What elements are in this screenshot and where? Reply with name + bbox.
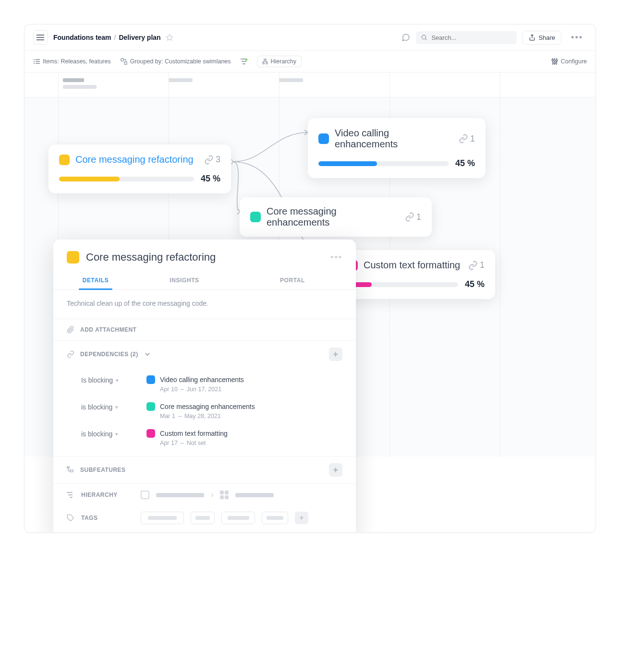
detail-tabs: DETAILS INSIGHTS PORTAL	[53, 272, 356, 290]
progress-label: 45 %	[465, 279, 485, 289]
svg-rect-8	[36, 63, 40, 64]
configure-label: Configure	[561, 58, 587, 65]
card-color-swatch	[250, 212, 261, 222]
dependency-relation[interactable]: Is blocking ▾	[81, 375, 139, 384]
attachment-icon	[67, 326, 74, 334]
add-dependency-button[interactable]: +	[329, 348, 342, 361]
breadcrumb-page: Delivery plan	[119, 34, 160, 41]
progress-bar	[318, 161, 449, 166]
top-bar: Foundations team / Delivery plan Share •…	[24, 24, 596, 51]
dependencies-label: DEPENDENCIES (2)	[80, 351, 138, 358]
svg-rect-29	[70, 497, 73, 498]
hierarchy-icon	[262, 59, 268, 64]
svg-rect-13	[243, 63, 245, 64]
dependency-relation[interactable]: is blocking ▾	[81, 429, 139, 438]
svg-rect-25	[70, 470, 73, 472]
tag-chip-placeholder[interactable]	[221, 512, 255, 524]
svg-rect-28	[68, 494, 73, 495]
dependency-item[interactable]: is blocking ▾ Custom text formatting Apr…	[81, 424, 342, 451]
tags-row[interactable]: TAGS +	[53, 506, 356, 526]
svg-point-23	[556, 60, 558, 61]
svg-rect-9	[121, 59, 123, 61]
dependency-relation[interactable]: is blocking ▾	[81, 402, 139, 411]
svg-point-1	[422, 35, 426, 39]
svg-point-7	[34, 63, 35, 64]
detail-description[interactable]: Technical clean up of the core messaging…	[53, 290, 356, 319]
tag-chip-placeholder[interactable]	[191, 512, 215, 524]
caret-down-icon: ▾	[115, 404, 118, 410]
app-frame: Foundations team / Delivery plan Share •…	[24, 24, 596, 533]
svg-point-5	[34, 61, 35, 62]
dependencies-list: Is blocking ▾ Video calling enhancements…	[53, 368, 356, 456]
link-count-badge[interactable]: 1	[405, 212, 421, 222]
detail-more-button[interactable]: •••	[330, 252, 342, 263]
breadcrumb-team: Foundations team	[53, 34, 111, 41]
tag-chip-placeholder[interactable]	[262, 512, 288, 524]
add-tag-button[interactable]: +	[295, 512, 308, 524]
tag-chip-placeholder[interactable]	[141, 512, 184, 524]
link-icon	[204, 155, 214, 165]
svg-rect-4	[36, 59, 40, 60]
dependency-name: Core messaging enhancements	[160, 403, 255, 410]
breadcrumb[interactable]: Foundations team / Delivery plan	[53, 34, 173, 41]
search-input[interactable]	[431, 34, 512, 41]
search-box[interactable]	[416, 31, 517, 44]
subfeatures-label: SUBFEATURES	[80, 467, 126, 473]
share-label: Share	[538, 34, 555, 41]
search-icon	[421, 34, 427, 41]
tab-details[interactable]: DETAILS	[67, 272, 124, 289]
filter-icon	[241, 59, 247, 64]
view-filter-button[interactable]	[241, 59, 247, 64]
link-count: 1	[480, 260, 485, 270]
add-attachment-row[interactable]: ADD ATTACHMENT	[53, 319, 356, 340]
subfeatures-icon	[67, 466, 74, 474]
card-custom-text[interactable]: Custom text formatting 1 45 %	[337, 250, 495, 299]
tab-insights[interactable]: INSIGHTS	[124, 272, 244, 289]
progress-bar	[347, 282, 458, 287]
link-icon	[67, 350, 74, 358]
group-icon	[121, 58, 127, 65]
add-subfeature-button[interactable]: +	[329, 463, 342, 477]
comment-icon[interactable]	[401, 33, 410, 42]
grouped-by-filter[interactable]: Grouped by: Customizable swimlanes	[121, 58, 231, 65]
dependencies-header[interactable]: DEPENDENCIES (2) +	[53, 340, 356, 368]
share-button[interactable]: Share	[523, 31, 561, 45]
items-filter[interactable]: Items: Releases, features	[33, 58, 111, 65]
link-count-badge[interactable]: 3	[204, 155, 220, 165]
hierarchy-row[interactable]: HIERARCHY ›	[53, 483, 356, 506]
more-menu-button[interactable]: •••	[567, 31, 587, 45]
link-icon	[468, 261, 478, 270]
card-core-enhancements[interactable]: Core messaging enhancements 1	[240, 197, 432, 237]
card-color-swatch	[318, 133, 329, 144]
card-title: Custom text formatting	[364, 260, 462, 271]
dependency-color-swatch	[146, 375, 155, 384]
favorite-star-icon[interactable]	[166, 34, 173, 41]
link-count-badge[interactable]: 1	[459, 134, 475, 144]
hierarchy-row-icon	[67, 492, 74, 498]
card-core-refactoring[interactable]: Core messaging refactoring 3 45 %	[49, 144, 231, 193]
progress-label: 45 %	[201, 174, 220, 184]
svg-rect-12	[242, 61, 246, 62]
link-count-badge[interactable]: 1	[468, 260, 485, 270]
subfeatures-header[interactable]: SUBFEATURES +	[53, 456, 356, 483]
link-count: 1	[416, 212, 421, 222]
tags-label: TAGS	[81, 515, 134, 521]
list-icon	[33, 59, 40, 64]
card-title: Core messaging refactoring	[75, 154, 198, 165]
hierarchy-label: HIERARCHY	[81, 492, 134, 498]
menu-button[interactable]	[33, 30, 48, 45]
tab-portal[interactable]: PORTAL	[244, 272, 340, 289]
dependency-item[interactable]: is blocking ▾ Core messaging enhancement…	[81, 397, 342, 424]
hierarchy-chip-label: Hierarchy	[271, 58, 297, 65]
hierarchy-chip[interactable]: Hierarchy	[257, 56, 302, 67]
card-video-calling[interactable]: Video calling enhancements 1 45 %	[308, 118, 486, 178]
items-filter-label: Items: Releases, features	[43, 58, 111, 65]
link-icon	[405, 212, 414, 222]
dependency-dates: Mar 1–May 28, 2021	[160, 413, 342, 420]
dependency-item[interactable]: Is blocking ▾ Video calling enhancements…	[81, 371, 342, 397]
configure-button[interactable]: Configure	[551, 58, 587, 65]
caret-down-icon: ▾	[115, 431, 118, 437]
hamburger-icon	[36, 35, 44, 40]
placeholder-icon	[141, 491, 149, 499]
svg-point-3	[34, 59, 35, 60]
